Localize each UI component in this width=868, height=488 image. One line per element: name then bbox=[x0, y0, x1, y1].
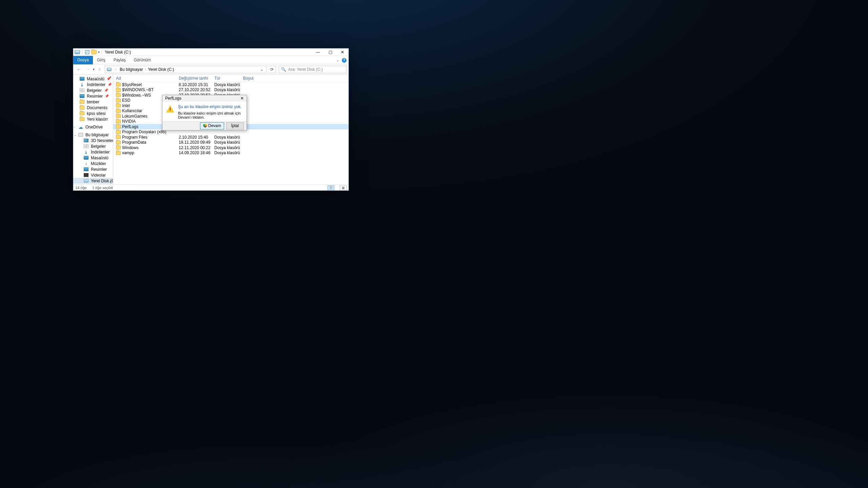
folder-icon bbox=[116, 99, 122, 102]
file-row[interactable]: xampp14.09.2020 18:46Dosya klasörü bbox=[113, 150, 349, 156]
nav-label: Documents bbox=[87, 105, 107, 110]
cancel-button-label: İptal bbox=[231, 123, 239, 128]
pin-icon: 📌 bbox=[107, 83, 113, 86]
pin-icon: 📌 bbox=[104, 88, 112, 92]
file-row[interactable]: $SysReset8.10.2020 15:31Dosya klasörü bbox=[113, 82, 349, 87]
file-date: 27.10.2020 20:52 bbox=[179, 87, 214, 92]
nav-quick-access-item[interactable]: Resimler📌 bbox=[73, 93, 113, 99]
file-type: Dosya klasörü bbox=[214, 135, 243, 140]
nav-label: Yeni klasörr bbox=[87, 117, 108, 122]
nav-quick-access-item[interactable]: ⭳İndirilenler📌 bbox=[73, 82, 113, 87]
tab-share[interactable]: Paylaş bbox=[110, 56, 130, 64]
address-dropdown-icon[interactable]: ⌄ bbox=[259, 67, 265, 72]
location-drive-icon bbox=[106, 68, 112, 71]
nav-pc-child[interactable]: ⭳İndirilenler bbox=[73, 149, 113, 155]
folder-icon bbox=[116, 141, 122, 144]
nav-pc-child[interactable]: Videolar bbox=[73, 172, 113, 178]
continue-button-label: Devam bbox=[208, 123, 221, 128]
nav-quick-access-item[interactable]: Masaüstü📌 bbox=[73, 76, 113, 82]
folder-icon bbox=[116, 130, 122, 134]
dialog-titlebar[interactable]: PerfLogs ✕ bbox=[162, 95, 246, 102]
status-bar: 14 öğe 1 öğe seçildi ☰ ▦ bbox=[73, 184, 349, 190]
qat-properties-check-icon[interactable]: ✓ bbox=[84, 49, 90, 55]
file-name: Program Files bbox=[122, 135, 179, 140]
qat-dropdown-icon[interactable]: ▾ bbox=[98, 50, 100, 54]
search-icon: 🔍 bbox=[281, 67, 286, 72]
breadcrumb-location[interactable]: Yerel Disk (C:) bbox=[148, 67, 174, 72]
scroll-down-icon[interactable]: ▼ bbox=[108, 181, 113, 184]
nav-pc-child[interactable]: ♪Müzikler bbox=[73, 161, 113, 166]
folder-icon bbox=[79, 111, 85, 116]
search-input[interactable]: 🔍 Ara: Yerel Disk (C:) bbox=[279, 66, 347, 73]
dialog-close-button[interactable]: ✕ bbox=[240, 96, 244, 101]
nav-quick-access-item[interactable]: Yeni klasörr bbox=[73, 116, 113, 122]
folder-icon bbox=[116, 83, 122, 86]
column-type[interactable]: Tür bbox=[214, 76, 243, 81]
maximize-button[interactable]: ▢ bbox=[324, 48, 336, 56]
help-icon[interactable]: ? bbox=[342, 58, 347, 63]
scroll-up-icon[interactable]: ▲ bbox=[108, 75, 113, 78]
nav-quick-access-item[interactable]: bimber bbox=[73, 99, 113, 105]
view-large-button[interactable]: ▦ bbox=[340, 185, 347, 190]
file-row[interactable]: ProgramData18.11.2020 09:49Dosya klasörü bbox=[113, 140, 349, 145]
address-toolbar: ← → ▾ ↑ › Bu bilgisayar › Yerel Disk (C:… bbox=[73, 64, 349, 75]
nav-pc-child[interactable]: 3D Nesneler bbox=[73, 138, 113, 143]
forward-button[interactable]: → bbox=[84, 66, 92, 73]
file-row[interactable]: $WINDOWS.~BT27.10.2020 20:52Dosya klasör… bbox=[113, 87, 349, 93]
column-headers: Ad Değiştirme tarihi Tür Boyut bbox=[113, 75, 349, 82]
cancel-button[interactable]: İptal bbox=[226, 122, 244, 129]
qat-folder-icon[interactable] bbox=[91, 49, 97, 55]
tab-home[interactable]: Giriş bbox=[93, 56, 110, 64]
pc-icon bbox=[78, 133, 83, 137]
folder-icon bbox=[116, 120, 122, 123]
folder-icon bbox=[116, 109, 122, 113]
nav-quick-access-item[interactable]: Documents bbox=[73, 105, 113, 110]
nav-quick-access-item[interactable]: kpss sitesi bbox=[73, 110, 113, 116]
file-type: Dosya klasörü bbox=[214, 150, 243, 155]
folder-icon bbox=[116, 104, 122, 107]
chevron-right-icon[interactable]: › bbox=[114, 68, 118, 71]
file-row[interactable]: Windows12.11.2020 00:22Dosya klasörü bbox=[113, 145, 349, 150]
history-dropdown-icon[interactable]: ▾ bbox=[93, 67, 95, 71]
ribbon-expand-icon[interactable]: ⌄ bbox=[336, 58, 339, 62]
nav-onedrive[interactable]: › ☁ OneDrive bbox=[73, 124, 113, 130]
column-name[interactable]: Ad bbox=[116, 76, 179, 81]
folder-icon bbox=[116, 151, 122, 155]
video-icon bbox=[83, 173, 89, 178]
file-row[interactable]: Program Files2.10.2020 15:40Dosya klasör… bbox=[113, 135, 349, 140]
pics-icon bbox=[83, 167, 89, 172]
refresh-button[interactable]: ⟳ bbox=[268, 66, 276, 73]
nav-pc-child[interactable]: Masaüstü bbox=[73, 155, 113, 161]
nav-quick-access-item[interactable]: Belgeler📌 bbox=[73, 87, 113, 93]
app-icon[interactable] bbox=[75, 49, 80, 55]
file-date: 14.09.2020 18:46 bbox=[179, 150, 214, 155]
chevron-right-icon[interactable]: › bbox=[74, 125, 77, 129]
folder-icon bbox=[116, 93, 122, 97]
desktop-icon bbox=[83, 156, 89, 160]
tab-view[interactable]: Görünüm bbox=[130, 56, 155, 64]
nav-label: Masaüstü bbox=[91, 156, 108, 160]
desktop-icon bbox=[79, 77, 85, 81]
column-date[interactable]: Değiştirme tarihi bbox=[179, 76, 214, 81]
nav-pc-child[interactable]: Resimler bbox=[73, 166, 113, 172]
tab-file[interactable]: Dosya bbox=[73, 56, 93, 64]
folder-icon bbox=[79, 100, 85, 104]
file-name: $SysReset bbox=[122, 82, 179, 87]
breadcrumb-root[interactable]: Bu bilgisayar bbox=[120, 67, 143, 72]
folder-icon bbox=[116, 146, 122, 149]
back-button[interactable]: ← bbox=[75, 66, 83, 73]
close-button[interactable]: ✕ bbox=[336, 48, 349, 56]
minimize-button[interactable]: — bbox=[312, 48, 324, 56]
file-date: 2.10.2020 15:40 bbox=[179, 135, 214, 140]
chevron-right-icon[interactable]: › bbox=[144, 68, 147, 71]
chevron-down-icon[interactable]: ⌄ bbox=[74, 133, 77, 137]
up-button[interactable]: ↑ bbox=[96, 66, 103, 73]
titlebar[interactable]: ✓ ▾ Yerel Disk (C:) — ▢ ✕ bbox=[73, 48, 349, 56]
nav-pc-child[interactable]: Belgeler bbox=[73, 143, 113, 149]
continue-button[interactable]: Devam bbox=[200, 122, 224, 129]
view-details-button[interactable]: ☰ bbox=[328, 185, 334, 190]
nav-pc-child[interactable]: Yerel Disk (C:) bbox=[73, 178, 113, 184]
nav-this-pc[interactable]: ⌄ Bu bilgisayar bbox=[73, 132, 113, 138]
address-bar[interactable]: › Bu bilgisayar › Yerel Disk (C:) ⌄ bbox=[105, 66, 267, 73]
column-size[interactable]: Boyut bbox=[243, 76, 263, 81]
